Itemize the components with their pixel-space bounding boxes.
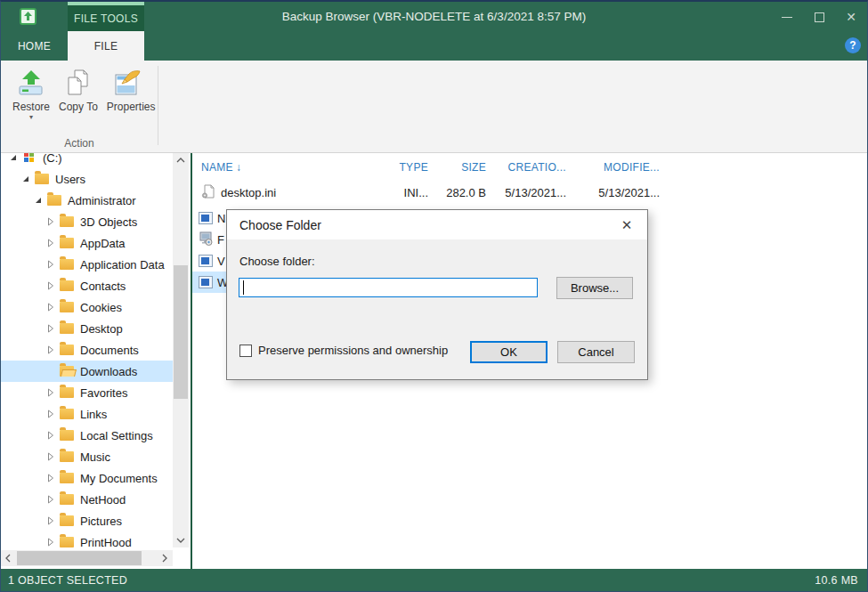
column-header-type[interactable]: TYPE (384, 161, 428, 174)
tree-item-application-data[interactable]: Application Data (1, 254, 173, 275)
choose-folder-label: Choose folder: (239, 255, 315, 268)
folder-icon (35, 173, 50, 185)
folder-icon (60, 408, 75, 420)
close-icon[interactable]: ✕ (846, 12, 856, 22)
ribbon-tab-row: HOME FILE ? (1, 31, 867, 61)
tree-item-label: Local Settings (80, 429, 153, 442)
ribbon-group-separator (158, 66, 158, 145)
column-header-size[interactable]: SIZE (428, 161, 486, 174)
tree-item-3d-objects[interactable]: 3D Objects (1, 211, 173, 232)
application-file-icon (199, 212, 213, 224)
tab-home[interactable]: HOME (1, 31, 68, 61)
tree-item-nethood[interactable]: NetHood (1, 489, 173, 510)
status-bar: 1 OBJECT SELECTED 10.6 MB (1, 569, 867, 591)
collapsed-arrow-icon[interactable] (45, 516, 55, 526)
dialog-title-bar[interactable]: Choose Folder ✕ (227, 210, 647, 239)
tree-item-music[interactable]: Music (1, 446, 173, 467)
collapsed-arrow-icon[interactable] (45, 217, 55, 227)
tree-item-local-settings[interactable]: Local Settings (1, 425, 173, 446)
maximize-icon[interactable] (814, 12, 824, 22)
drive-icon (22, 153, 37, 164)
collapsed-arrow-icon[interactable] (45, 538, 55, 547)
partial-file-name: V (217, 255, 225, 268)
tree-item-my-documents[interactable]: My Documents (1, 467, 173, 489)
tree-item-documents[interactable]: Documents (1, 339, 173, 361)
file-type: INI... (384, 186, 428, 199)
tree-item-label: Downloads (80, 365, 137, 378)
ribbon-group-action: Restore ▾ Copy To (1, 61, 158, 152)
ok-button[interactable]: OK (470, 341, 548, 363)
ini-file-icon (201, 184, 215, 201)
tab-file[interactable]: FILE (68, 31, 144, 61)
folder-tree: (C:)UsersAdministrator3D ObjectsAppDataA… (1, 153, 173, 553)
scroll-left-icon[interactable] (1, 550, 15, 566)
partial-file-name: N (217, 212, 225, 225)
collapsed-arrow-icon[interactable] (45, 474, 55, 483)
scroll-right-icon[interactable] (158, 550, 172, 566)
tree-vertical-scrollbar[interactable] (173, 153, 189, 547)
folder-open-icon (60, 365, 75, 377)
tree-item-pictures[interactable]: Pictures (1, 510, 173, 531)
browse-button[interactable]: Browse... (556, 277, 633, 299)
ribbon-group-label: Action (1, 137, 158, 150)
dialog-close-icon[interactable]: ✕ (619, 217, 635, 233)
tree-item-administrator[interactable]: Administrator (1, 190, 173, 211)
restore-label: Restore (12, 101, 50, 113)
properties-button[interactable]: Properties (102, 66, 152, 123)
tree-item-desktop[interactable]: Desktop (1, 318, 173, 339)
expanded-arrow-icon[interactable] (33, 196, 43, 206)
folder-path-input[interactable] (239, 278, 538, 297)
collapsed-arrow-icon[interactable] (45, 324, 55, 334)
collapsed-arrow-icon[interactable] (45, 281, 55, 291)
tree-item-favorites[interactable]: Favorites (1, 382, 173, 403)
column-header-modified[interactable]: MODIFIE... (566, 161, 660, 174)
scroll-up-icon[interactable] (173, 153, 189, 167)
column-name-label: NAME (201, 161, 233, 174)
tree-item-c[interactable]: (C:) (1, 153, 173, 168)
tree-item-label: Favorites (80, 386, 127, 400)
column-header-name[interactable]: NAME ↓ (201, 161, 384, 174)
cancel-button[interactable]: Cancel (557, 341, 635, 363)
tree-item-contacts[interactable]: Contacts (1, 275, 173, 296)
contextual-tab-file-tools[interactable]: FILE TOOLS (68, 2, 144, 31)
collapsed-arrow-icon[interactable] (45, 495, 55, 505)
copy-to-button[interactable]: Copy To (54, 66, 102, 123)
tree-horizontal-scrollbar[interactable] (1, 550, 173, 566)
collapsed-arrow-icon[interactable] (45, 260, 55, 270)
application-file-icon (199, 255, 213, 267)
folder-icon (60, 429, 75, 442)
collapsed-arrow-icon[interactable] (45, 431, 55, 441)
tree-item-appdata[interactable]: AppData (1, 232, 173, 254)
file-row-desktop-ini[interactable]: desktop.ini INI... 282.0 B 5/13/2021... … (192, 182, 867, 204)
preserve-permissions-label: Preserve permissions and ownership (258, 344, 448, 357)
sort-descending-icon: ↓ (236, 161, 241, 174)
expanded-arrow-icon[interactable] (20, 174, 30, 184)
tree-item-users[interactable]: Users (1, 168, 173, 190)
column-header-creation[interactable]: CREATIO... (486, 161, 566, 174)
tree-item-links[interactable]: Links (1, 403, 173, 425)
collapsed-arrow-icon[interactable] (45, 303, 55, 312)
tree-item-label: 3D Objects (80, 215, 137, 229)
tree-item-downloads[interactable]: Downloads (1, 361, 173, 382)
collapsed-arrow-icon[interactable] (45, 410, 55, 419)
app-icon (20, 8, 37, 25)
help-icon[interactable]: ? (845, 37, 861, 53)
collapsed-arrow-icon[interactable] (45, 388, 55, 398)
collapsed-arrow-icon[interactable] (45, 452, 55, 462)
restore-button[interactable]: Restore ▾ (8, 66, 54, 123)
scroll-down-icon[interactable] (173, 533, 189, 547)
tree-hscroll-thumb[interactable] (17, 551, 142, 565)
choose-folder-dialog: Choose Folder ✕ Choose folder: Browse...… (226, 209, 648, 380)
collapsed-arrow-icon[interactable] (45, 239, 55, 248)
folder-icon (60, 493, 75, 506)
folder-icon (60, 472, 75, 484)
collapsed-arrow-icon[interactable] (45, 345, 55, 355)
tree-vscroll-thumb[interactable] (174, 265, 188, 399)
tree-item-cookies[interactable]: Cookies (1, 296, 173, 318)
preserve-permissions-checkbox[interactable] (239, 345, 252, 357)
expanded-arrow-icon[interactable] (8, 153, 18, 163)
dialog-body: Choose folder: Browse... Preserve permis… (227, 239, 647, 380)
minimize-icon[interactable] (782, 12, 792, 22)
restore-dropdown-caret-icon[interactable]: ▾ (29, 114, 33, 121)
tree-item-label: Documents (80, 344, 139, 357)
